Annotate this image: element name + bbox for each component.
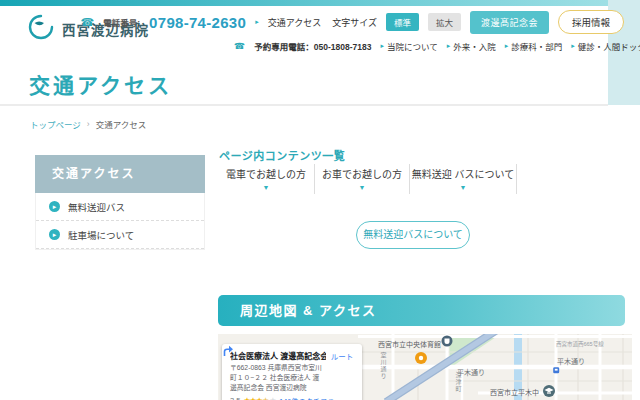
google-map-embed[interactable]: 西宮市立中央体育館 西宮市道西665号線 平木通り 平木通り 西宮市立平木中 室…	[218, 334, 632, 400]
rating-value: 3.5	[230, 396, 240, 400]
sidebar-body: ▸ 無料送迎バス ▸ 駐車場について	[35, 193, 205, 250]
toc-item-label: 無料送迎 バスについて	[412, 166, 514, 181]
map-info-card: 社会医療法人 渡邊髙記念会 ... 〒662-0863 兵庫県西宮市室川町１０−…	[222, 344, 362, 400]
map-label-hiraki-right: 平木通り	[557, 357, 585, 366]
map-label-gym: 西宮市立中央体育館	[378, 340, 441, 349]
page-title: 交通アクセス	[29, 69, 172, 99]
reviews-link[interactable]: 146件のクチコミ	[279, 396, 334, 400]
sidebar-item-shuttle-bus[interactable]: ▸ 無料送迎バス	[36, 193, 204, 221]
reserve-phone-icon: ☎	[234, 41, 245, 51]
map-label-vertical-road-center: 深津町	[454, 372, 463, 393]
gym-poi-icon	[442, 336, 453, 347]
map-card-route[interactable]: ルート	[330, 350, 354, 400]
phone-number[interactable]: 0798-74-2630	[149, 14, 246, 31]
reserve-phone: 予約専用電話：050-1808-7183	[254, 40, 371, 52]
chevron-down-icon: ▼	[460, 184, 467, 191]
sidebar-title: 交通アクセス	[35, 155, 205, 193]
map-label-school: 西宮市立平木中	[490, 388, 539, 397]
circle-arrow-icon: ▸	[49, 229, 60, 240]
rating-stars: ★★★★★	[243, 396, 276, 400]
sidebar-item-parking[interactable]: ▸ 駐車場について	[36, 221, 204, 249]
breadcrumb-home-link[interactable]: トップページ	[30, 118, 81, 130]
map-label-vertical-road-west: 室川通り	[379, 352, 388, 380]
nav-item-about[interactable]: ▸ 当院について	[380, 40, 437, 52]
breadcrumb-separator: ›	[87, 119, 90, 129]
fontsize-large-button[interactable]: 拡大	[428, 13, 461, 31]
breadcrumb-current: 交通アクセス	[96, 118, 147, 130]
map-card-rating: 3.5 ★★★★★ 146件のクチコミ	[230, 396, 326, 400]
map-section-heading: 周辺地図 & アクセス	[218, 295, 625, 326]
sidebar-access-menu: 交通アクセス ▸ 無料送迎バス ▸ 駐車場について	[35, 155, 205, 250]
group-site-button[interactable]: 渡邊髙記念会	[470, 11, 549, 34]
access-link-arrow-icon: ▸	[255, 18, 259, 26]
nav-item-checkup[interactable]: ▸ 健診・人間ドック	[571, 40, 640, 52]
nav-arrow-icon: ▸	[505, 42, 509, 50]
map-label-route665: 西宮市道西665号線	[556, 340, 604, 348]
nav-item-label: 外来・入院	[453, 40, 496, 52]
nav-arrow-icon: ▸	[380, 42, 384, 50]
circle-arrow-icon: ▸	[49, 201, 60, 212]
toc-item-label: お車でお越しの方	[322, 166, 402, 181]
nav-item-label: 当院について	[387, 40, 438, 52]
orange-poi-icon	[415, 352, 427, 364]
toc-item-train[interactable]: 電車でお越しの方 ▼	[218, 164, 315, 194]
bus-stop-icon	[553, 367, 559, 373]
map-card-address: 〒662-0863 兵庫県西宮市室川町１０−２２ 社会医療法人 渡邊髙記念会 西…	[230, 363, 326, 394]
nav-arrow-icon: ▸	[447, 42, 451, 50]
shuttle-bus-button[interactable]: 無料送迎バスについて	[356, 221, 470, 249]
breadcrumb: トップページ › 交通アクセス	[30, 118, 146, 130]
chevron-down-icon: ▼	[359, 184, 366, 191]
nav-arrow-icon: ▸	[571, 42, 575, 50]
toc-item-label: 電車でお越しの方	[226, 166, 306, 181]
toc-heading: ページ内コンテンツ一覧	[219, 147, 345, 163]
chevron-down-icon: ▼	[263, 184, 270, 191]
school-poi-icon	[543, 385, 555, 397]
header-utility-row: ☎ 電話番号: 0798-74-2630 ▸ 交通アクセス 文字サイズ 標準 拡…	[81, 11, 624, 33]
sidebar-item-label: 無料送迎バス	[68, 200, 125, 214]
top-accent-bar	[0, 0, 640, 6]
map-card-title: 社会医療法人 渡邊髙記念会 ...	[230, 350, 326, 361]
recruit-button[interactable]: 採用情報	[558, 10, 624, 34]
nav-item-departments[interactable]: ▸ 診療科・部門	[505, 40, 563, 52]
toc-item-shuttle[interactable]: 無料送迎 バスについて ▼	[410, 164, 517, 194]
sidebar-item-label: 駐車場について	[68, 228, 134, 242]
toc-item-car[interactable]: お車でお越しの方 ▼	[315, 164, 410, 194]
toc-row: 電車でお越しの方 ▼ お車でお越しの方 ▼ 無料送迎 バスについて ▼	[218, 164, 517, 194]
route-label: ルート	[330, 351, 354, 362]
hospital-logo-icon	[28, 14, 54, 44]
nav-item-outpatient[interactable]: ▸ 外来・入院	[447, 40, 496, 52]
title-divider	[0, 104, 608, 106]
fontsize-label: 文字サイズ	[332, 16, 377, 29]
nav-item-label: 診療科・部門	[511, 40, 562, 52]
header-nav-row: ☎ 予約専用電話：050-1808-7183 ▸ 当院について ▸ 外来・入院 …	[234, 40, 630, 52]
phone-label: 電話番号:	[103, 16, 140, 28]
access-link[interactable]: 交通アクセス	[268, 16, 322, 29]
nav-item-label: 健診・人間ドック	[578, 40, 640, 52]
phone-icon: ☎	[81, 16, 95, 29]
fontsize-standard-button[interactable]: 標準	[386, 13, 419, 31]
map-card-text: 社会医療法人 渡邊髙記念会 ... 〒662-0863 兵庫県西宮市室川町１０−…	[230, 350, 326, 400]
